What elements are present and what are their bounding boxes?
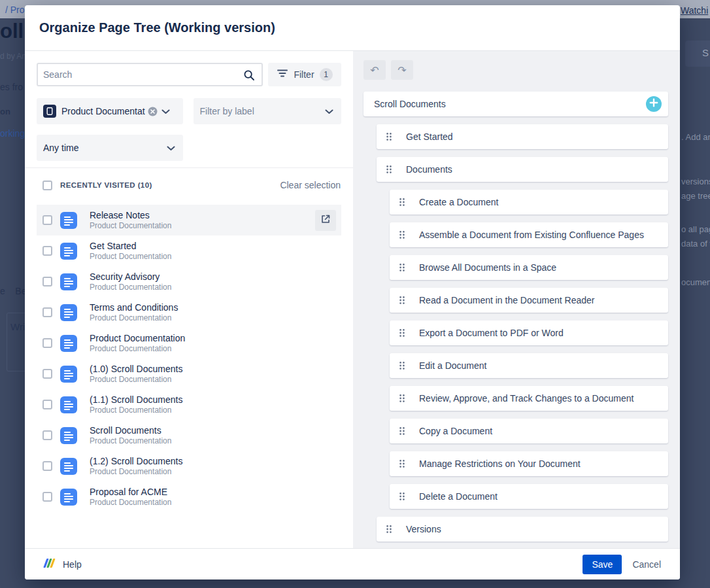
- list-item[interactable]: Terms and ConditionsProduct Documentatio…: [37, 297, 341, 328]
- document-icon: [60, 427, 77, 444]
- background-link-fragment: orking: [0, 128, 25, 139]
- item-checkbox[interactable]: [42, 215, 52, 225]
- time-filter-select[interactable]: Any time: [37, 135, 183, 161]
- filter-button-label: Filter: [294, 69, 314, 80]
- item-title: Release Notes: [90, 209, 171, 221]
- list-item[interactable]: Proposal for ACMEProduct Documentation: [37, 481, 341, 512]
- tree-node[interactable]: Export a Document to PDF or Word: [390, 320, 668, 345]
- save-button[interactable]: Save: [583, 555, 622, 574]
- drag-handle-icon[interactable]: [399, 296, 405, 305]
- tree-node[interactable]: Copy a Document: [390, 419, 668, 443]
- tree-node-label: Edit a Document: [419, 360, 487, 371]
- item-checkbox[interactable]: [42, 461, 52, 471]
- space-filter-select[interactable]: Product Documentat: [37, 98, 183, 124]
- chevron-down-icon: [325, 105, 333, 117]
- item-checkbox[interactable]: [42, 246, 52, 256]
- background-page-title: oll D: [0, 20, 25, 47]
- tree-node[interactable]: Assemble a Document from Existing Conflu…: [390, 222, 668, 247]
- label-filter-select[interactable]: Filter by label: [194, 98, 342, 124]
- drag-handle-icon[interactable]: [399, 459, 405, 468]
- scroll-apps-logo-icon: [43, 557, 56, 572]
- filter-count-badge: 1: [320, 68, 333, 81]
- search-panel: Filter 1 Product Documentat: [25, 51, 353, 548]
- list-item[interactable]: (1.1) Scroll DocumentsProduct Documentat…: [37, 389, 341, 420]
- tree-node[interactable]: Documents: [377, 157, 668, 182]
- label-filter-placeholder: Filter by label: [200, 106, 254, 116]
- drag-handle-icon[interactable]: [399, 426, 405, 436]
- tree-node[interactable]: Delete a Document: [390, 484, 668, 509]
- drag-handle-icon[interactable]: [399, 328, 405, 337]
- item-title: Get Started: [90, 240, 171, 252]
- item-subtitle: Product Documentation: [90, 283, 171, 293]
- list-item[interactable]: (1.0) Scroll DocumentsProduct Documentat…: [37, 358, 341, 389]
- tree-node[interactable]: Get Started: [377, 124, 668, 149]
- background-text-fragment: versions: [681, 177, 710, 186]
- item-checkbox[interactable]: [42, 492, 52, 502]
- tree-node[interactable]: Edit a Document: [390, 353, 668, 378]
- results-list: Release NotesProduct DocumentationGet St…: [37, 205, 341, 548]
- document-icon: [60, 212, 77, 229]
- chevron-down-icon: [167, 142, 175, 154]
- select-all-checkbox[interactable]: [42, 181, 52, 190]
- tree-node[interactable]: Manage Restrictions on Your Document: [390, 451, 668, 476]
- page-tree: Scroll DocumentsGet StartedDocumentsCrea…: [363, 92, 668, 542]
- list-item[interactable]: Scroll DocumentsProduct Documentation: [37, 420, 341, 451]
- item-checkbox[interactable]: [42, 277, 52, 286]
- tree-root-node[interactable]: Scroll Documents: [363, 92, 668, 116]
- space-filter-value: Product Documentat: [61, 106, 145, 116]
- background-text-fragment: e Be: [0, 286, 26, 296]
- background-share-button: S: [685, 41, 710, 67]
- item-checkbox[interactable]: [42, 430, 52, 440]
- drag-handle-icon[interactable]: [386, 132, 392, 141]
- item-checkbox[interactable]: [42, 400, 52, 409]
- item-subtitle: Product Documentation: [90, 375, 182, 385]
- drag-handle-icon[interactable]: [399, 198, 405, 207]
- undo-button[interactable]: ↶: [363, 60, 386, 80]
- tree-node[interactable]: Review, Approve, and Track Changes to a …: [390, 386, 668, 411]
- tree-node-label: Assemble a Document from Existing Conflu…: [419, 230, 644, 240]
- background-comment-box: Write: [0, 309, 25, 377]
- breadcrumb: / Pro: [5, 5, 25, 15]
- search-input[interactable]: [38, 64, 262, 85]
- drag-handle-icon[interactable]: [399, 230, 405, 239]
- filter-button[interactable]: Filter 1: [268, 63, 341, 86]
- item-title: (1.1) Scroll Documents: [90, 394, 182, 406]
- item-subtitle: Product Documentation: [90, 467, 182, 477]
- document-icon: [60, 366, 77, 383]
- drag-handle-icon[interactable]: [386, 165, 392, 174]
- clear-space-filter-icon[interactable]: [148, 107, 158, 116]
- drag-handle-icon[interactable]: [399, 492, 405, 501]
- tree-node[interactable]: Versions: [377, 517, 668, 542]
- tree-node[interactable]: Browse All Documents in a Space: [390, 255, 668, 280]
- tree-node[interactable]: Read a Document in the Document Reader: [390, 288, 668, 313]
- item-title: Scroll Documents: [90, 424, 171, 436]
- list-item[interactable]: (1.2) Scroll DocumentsProduct Documentat…: [37, 451, 341, 481]
- list-item[interactable]: Release NotesProduct Documentation: [37, 205, 341, 235]
- open-in-new-tab-button[interactable]: [315, 210, 336, 231]
- list-item[interactable]: Get StartedProduct Documentation: [37, 235, 341, 266]
- item-checkbox[interactable]: [42, 369, 52, 379]
- background-text-fragment: on: [0, 107, 10, 116]
- drag-handle-icon[interactable]: [386, 525, 392, 534]
- tree-node-label: Get Started: [406, 131, 453, 142]
- list-item[interactable]: Product DocumentationProduct Documentati…: [37, 328, 341, 358]
- help-link[interactable]: Help: [43, 557, 82, 572]
- filter-icon: [277, 69, 288, 80]
- item-checkbox[interactable]: [42, 307, 52, 317]
- item-subtitle: Product Documentation: [90, 313, 178, 324]
- item-subtitle: Product Documentation: [90, 252, 171, 262]
- cancel-button[interactable]: Cancel: [632, 559, 662, 570]
- add-page-button[interactable]: [646, 96, 662, 112]
- background-byline: d by An: [0, 52, 26, 61]
- item-checkbox[interactable]: [42, 338, 52, 348]
- document-icon: [60, 489, 77, 506]
- drag-handle-icon[interactable]: [399, 394, 405, 403]
- list-item[interactable]: Security AdvisoryProduct Documentation: [37, 266, 341, 297]
- drag-handle-icon[interactable]: [399, 263, 405, 272]
- redo-button[interactable]: ↷: [391, 60, 413, 80]
- tree-node-label: Copy a Document: [419, 426, 492, 436]
- tree-node[interactable]: Create a Document: [390, 190, 668, 215]
- external-link-icon: [320, 214, 331, 227]
- clear-selection-link[interactable]: Clear selection: [280, 180, 341, 190]
- drag-handle-icon[interactable]: [399, 361, 405, 370]
